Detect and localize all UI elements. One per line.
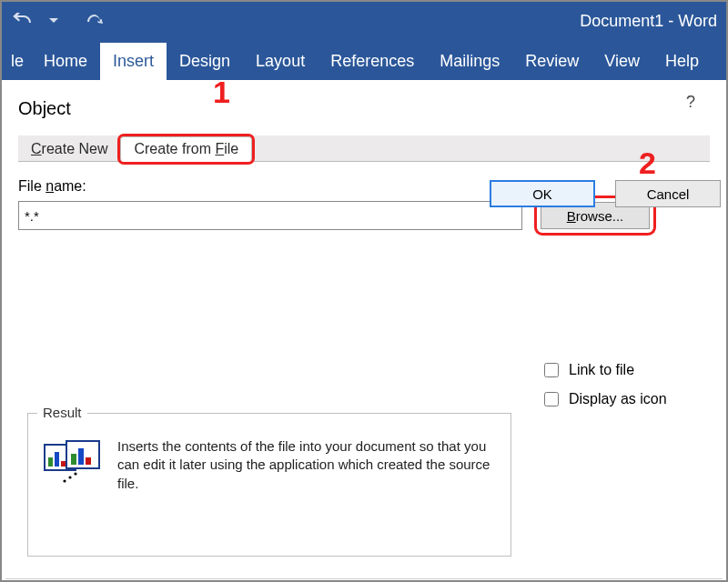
- ribbon-tabs: le Home Insert Design Layout References …: [2, 40, 726, 80]
- link-to-file-input[interactable]: [544, 363, 559, 377]
- svg-rect-7: [86, 457, 91, 465]
- dialog-tab-create-new-label: reate New: [42, 141, 108, 156]
- quick-access-toolbar: [11, 13, 104, 29]
- dialog-tabs: Create New Create from File: [18, 135, 710, 162]
- ok-button[interactable]: OK: [490, 180, 595, 207]
- title-bar: Document1 - Word: [2, 2, 726, 40]
- undo-icon[interactable]: [11, 13, 33, 29]
- svg-rect-2: [55, 452, 59, 467]
- svg-rect-3: [61, 461, 66, 467]
- cancel-button[interactable]: Cancel: [615, 180, 721, 207]
- tab-layout[interactable]: Layout: [243, 43, 318, 80]
- tab-view[interactable]: View: [592, 43, 652, 80]
- svg-rect-1: [48, 457, 53, 467]
- svg-point-9: [68, 476, 71, 478]
- display-as-icon-checkbox[interactable]: Display as icon: [541, 389, 667, 409]
- tab-insert[interactable]: Insert: [100, 43, 167, 80]
- svg-rect-5: [71, 454, 76, 465]
- object-dialog: Object ? 1 Create New Create from File F…: [2, 80, 726, 233]
- annotation-step-2: 2: [639, 146, 656, 181]
- redo-icon[interactable]: [86, 13, 104, 29]
- link-to-file-checkbox[interactable]: Link to file: [541, 360, 667, 380]
- tab-design[interactable]: Design: [167, 43, 243, 80]
- tab-file[interactable]: le: [7, 43, 31, 80]
- dialog-button-row: OK Cancel: [2, 180, 726, 207]
- svg-rect-6: [78, 448, 84, 465]
- dialog-title: Object: [18, 98, 710, 119]
- insert-object-icon: [43, 437, 103, 488]
- help-button[interactable]: ?: [686, 93, 695, 112]
- tab-home[interactable]: Home: [31, 43, 100, 80]
- annotation-step-1: 1: [213, 75, 230, 110]
- dialog-tab-create-from-file[interactable]: Create from File: [120, 136, 252, 162]
- display-as-icon-input[interactable]: [544, 392, 559, 406]
- result-groupbox: Result: [27, 413, 511, 557]
- result-legend: Result: [37, 405, 87, 420]
- tab-review[interactable]: Review: [512, 43, 592, 80]
- tab-references[interactable]: References: [318, 43, 427, 80]
- tab-help[interactable]: Help: [652, 43, 712, 80]
- svg-point-10: [63, 479, 66, 482]
- dialog-tab-create-new[interactable]: Create New: [18, 137, 120, 161]
- display-as-icon-label: Display as icon: [569, 391, 667, 407]
- divider: [5, 578, 723, 579]
- link-to-file-label: Link to file: [569, 362, 634, 378]
- browse-button-label: rowse...: [576, 208, 624, 224]
- chevron-down-icon[interactable]: [49, 16, 58, 25]
- svg-point-8: [74, 472, 76, 475]
- window-title: Document1 - Word: [580, 12, 717, 31]
- result-text: Inserts the contents of the file into yo…: [117, 437, 496, 493]
- tab-mailings[interactable]: Mailings: [427, 43, 512, 80]
